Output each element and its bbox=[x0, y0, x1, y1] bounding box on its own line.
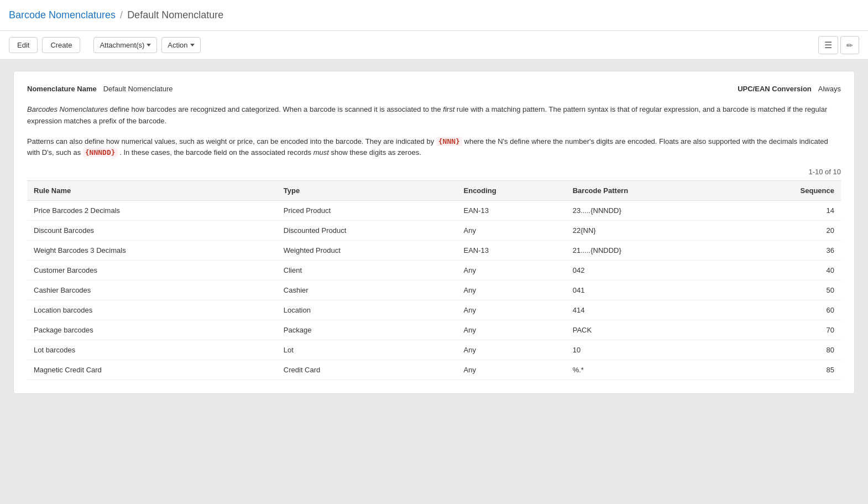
cell-rule-name: Location barcodes bbox=[27, 300, 277, 320]
cell-type: Priced Product bbox=[277, 201, 457, 221]
table-row[interactable]: Magnetic Credit Card Credit Card Any %.*… bbox=[27, 360, 841, 380]
cell-encoding: Any bbox=[457, 360, 566, 380]
edit-view-button[interactable] bbox=[840, 36, 859, 54]
action-caret-icon bbox=[190, 44, 195, 46]
nomenclature-name-field: Nomenclature Name Default Nomenclature bbox=[27, 85, 172, 93]
upc-ean-label: UPC/EAN Conversion bbox=[738, 85, 812, 93]
nomenclature-name-label: Nomenclature Name bbox=[27, 85, 97, 93]
cell-type: Discounted Product bbox=[277, 221, 457, 241]
cell-sequence: 85 bbox=[729, 360, 841, 380]
cell-rule-name: Magnetic Credit Card bbox=[27, 360, 277, 380]
cell-encoding: EAN-13 bbox=[457, 241, 566, 261]
cell-barcode-pattern: %.* bbox=[566, 360, 729, 380]
para2-suffix2: . In these cases, the barcode field on t… bbox=[118, 148, 313, 157]
cell-rule-name: Price Barcodes 2 Decimals bbox=[27, 201, 277, 221]
table-row[interactable]: Discount Barcodes Discounted Product Any… bbox=[27, 221, 841, 241]
rules-table: Rule Name Type Encoding Barcode Pattern … bbox=[27, 180, 841, 380]
cell-type: Cashier bbox=[277, 280, 457, 300]
cell-rule-name: Discount Barcodes bbox=[27, 221, 277, 241]
table-header: Rule Name Type Encoding Barcode Pattern … bbox=[27, 181, 841, 201]
form-header-row: Nomenclature Name Default Nomenclature U… bbox=[27, 85, 841, 93]
cell-rule-name: Customer Barcodes bbox=[27, 261, 277, 280]
cell-barcode-pattern: 041 bbox=[566, 280, 729, 300]
cell-sequence: 80 bbox=[729, 340, 841, 360]
cell-barcode-pattern: 10 bbox=[566, 340, 729, 360]
cell-barcode-pattern: PACK bbox=[566, 320, 729, 340]
attachment-dropdown-button[interactable]: Attachment(s) bbox=[93, 37, 157, 53]
attachment-label: Attachment(s) bbox=[100, 41, 144, 49]
page-content: Nomenclature Name Default Nomenclature U… bbox=[0, 60, 868, 405]
cell-type: Credit Card bbox=[277, 360, 457, 380]
cell-barcode-pattern: 414 bbox=[566, 300, 729, 320]
table-row[interactable]: Cashier Barcodes Cashier Any 041 50 bbox=[27, 280, 841, 300]
cell-rule-name: Lot barcodes bbox=[27, 340, 277, 360]
cell-barcode-pattern: 23.....{NNNDD} bbox=[566, 201, 729, 221]
attachment-caret-icon bbox=[147, 44, 151, 46]
cell-encoding: Any bbox=[457, 320, 566, 340]
para2-must: must bbox=[313, 148, 329, 157]
para2-code2: {NNNDD} bbox=[83, 148, 118, 157]
cell-encoding: Any bbox=[457, 280, 566, 300]
cell-type: Package bbox=[277, 320, 457, 340]
cell-rule-name: Cashier Barcodes bbox=[27, 280, 277, 300]
cell-sequence: 50 bbox=[729, 280, 841, 300]
cell-encoding: Any bbox=[457, 300, 566, 320]
pagination-row: 1-10 of 10 bbox=[27, 168, 841, 176]
action-label: Action bbox=[168, 41, 187, 49]
toolbar-right bbox=[818, 36, 859, 54]
table-row[interactable]: Customer Barcodes Client Any 042 40 bbox=[27, 261, 841, 280]
cell-barcode-pattern: 21.....{NNDDD} bbox=[566, 241, 729, 261]
form-card: Nomenclature Name Default Nomenclature U… bbox=[13, 71, 855, 394]
edit-view-icon bbox=[846, 41, 853, 50]
description-para2: Patterns can also define how numerical v… bbox=[27, 136, 841, 159]
para1-italic: Barcodes Nomenclatures bbox=[27, 105, 108, 113]
cell-encoding: Any bbox=[457, 340, 566, 360]
upc-ean-field: UPC/EAN Conversion Always bbox=[738, 85, 841, 93]
table-row[interactable]: Location barcodes Location Any 414 60 bbox=[27, 300, 841, 320]
upc-ean-value: Always bbox=[818, 85, 841, 93]
cell-encoding: Any bbox=[457, 221, 566, 241]
col-header-sequence: Sequence bbox=[729, 181, 841, 201]
cell-rule-name: Weight Barcodes 3 Decimals bbox=[27, 241, 277, 261]
pagination-label: 1-10 of 10 bbox=[808, 168, 841, 176]
cell-sequence: 14 bbox=[729, 201, 841, 221]
para2-prefix: Patterns can also define how numerical v… bbox=[27, 137, 436, 146]
cell-sequence: 36 bbox=[729, 241, 841, 261]
cell-sequence: 60 bbox=[729, 300, 841, 320]
cell-barcode-pattern: 22{NN} bbox=[566, 221, 729, 241]
cell-type: Location bbox=[277, 300, 457, 320]
cell-rule-name: Package barcodes bbox=[27, 320, 277, 340]
list-view-icon bbox=[824, 40, 832, 50]
table-body: Price Barcodes 2 Decimals Priced Product… bbox=[27, 201, 841, 380]
table-row[interactable]: Weight Barcodes 3 Decimals Weighted Prod… bbox=[27, 241, 841, 261]
toolbar: Edit Create Attachment(s) Action bbox=[0, 31, 868, 60]
create-button[interactable]: Create bbox=[42, 37, 80, 53]
col-header-encoding: Encoding bbox=[457, 181, 566, 201]
cell-type: Lot bbox=[277, 340, 457, 360]
cell-sequence: 20 bbox=[729, 221, 841, 241]
cell-type: Weighted Product bbox=[277, 241, 457, 261]
table-row[interactable]: Package barcodes Package Any PACK 70 bbox=[27, 320, 841, 340]
action-dropdown-button[interactable]: Action bbox=[161, 37, 200, 53]
cell-sequence: 40 bbox=[729, 261, 841, 280]
list-view-button[interactable] bbox=[818, 36, 838, 54]
cell-barcode-pattern: 042 bbox=[566, 261, 729, 280]
col-header-type: Type bbox=[277, 181, 457, 201]
breadcrumb-separator: / bbox=[120, 9, 123, 21]
para1-body: define how barcodes are recognized and c… bbox=[108, 105, 443, 113]
cell-encoding: EAN-13 bbox=[457, 201, 566, 221]
breadcrumb-parent-link[interactable]: Barcode Nomenclatures bbox=[9, 9, 116, 21]
nomenclature-name-value: Default Nomenclature bbox=[103, 85, 173, 93]
col-header-rule-name: Rule Name bbox=[27, 181, 277, 201]
table-row[interactable]: Price Barcodes 2 Decimals Priced Product… bbox=[27, 201, 841, 221]
breadcrumb: Barcode Nomenclatures / Default Nomencla… bbox=[9, 9, 859, 21]
col-header-barcode-pattern: Barcode Pattern bbox=[566, 181, 729, 201]
breadcrumb-current: Default Nomenclature bbox=[127, 9, 223, 21]
cell-encoding: Any bbox=[457, 261, 566, 280]
description-para1: Barcodes Nomenclatures define how barcod… bbox=[27, 104, 841, 127]
edit-button[interactable]: Edit bbox=[9, 37, 38, 53]
breadcrumb-bar: Barcode Nomenclatures / Default Nomencla… bbox=[0, 0, 868, 31]
table-row[interactable]: Lot barcodes Lot Any 10 80 bbox=[27, 340, 841, 360]
para2-end: show these digits as zeroes. bbox=[329, 148, 421, 157]
cell-sequence: 70 bbox=[729, 320, 841, 340]
